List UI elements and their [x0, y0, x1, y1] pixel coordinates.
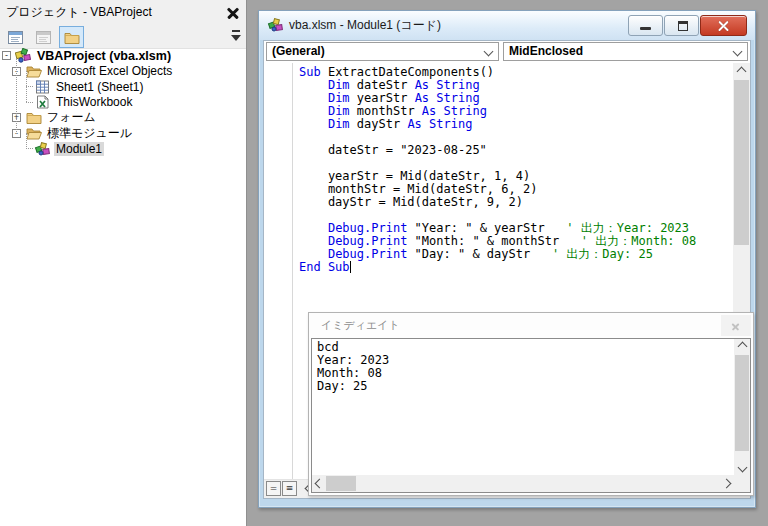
scroll-up-button[interactable]: [733, 63, 750, 79]
vertical-scrollbar[interactable]: [734, 339, 750, 475]
immediate-content-box: bcdYear: 2023Month: 08Day: 25: [311, 338, 751, 493]
close-button[interactable]: [700, 15, 747, 36]
full-module-view-button[interactable]: ≡: [282, 481, 297, 496]
scroll-left-button[interactable]: [312, 475, 327, 492]
code-line[interactable]: End Sub: [299, 261, 733, 274]
code-token: [299, 78, 328, 92]
procedure-dropdown[interactable]: MidEnclosed: [503, 42, 748, 61]
tree-item[interactable]: -VBAProject (vba.xlsm): [0, 48, 245, 64]
view-code-icon: [8, 31, 23, 44]
code-line[interactable]: dayStr = Mid(dateStr, 9, 2): [299, 196, 733, 209]
collapse-icon[interactable]: -: [2, 51, 11, 60]
keyword-token: Sub: [299, 65, 321, 79]
tree-item-label: Microsoft Excel Objects: [45, 64, 174, 78]
tree-item-label: フォーム: [45, 109, 98, 126]
code-token: [299, 104, 328, 118]
tree-item-label: 標準モジュール: [45, 125, 134, 142]
keyword-token: As: [407, 117, 421, 131]
object-dropdown[interactable]: (General): [266, 42, 499, 61]
comment-token: ' 出力：Month: 08: [581, 234, 696, 248]
project-explorer-toolbar: [0, 24, 246, 49]
comment-token: ' 出力：Day: 25: [552, 247, 653, 261]
tree-item[interactable]: -Microsoft Excel Objects: [0, 64, 245, 80]
folder-open-icon: [25, 64, 42, 79]
close-button[interactable]: [721, 315, 751, 336]
keyword-token: String: [436, 78, 479, 92]
scrollbar-thumb[interactable]: [735, 355, 749, 451]
worksheet-icon: [34, 79, 51, 94]
folder-open-icon: [25, 126, 42, 141]
tree-connector: [26, 148, 33, 149]
module-icon: [34, 141, 51, 156]
scrollbar-thumb[interactable]: [734, 80, 749, 245]
tree-item-label: VBAProject (vba.xlsm): [35, 49, 173, 63]
chevron-left-icon: [315, 479, 325, 489]
keyword-token: String: [436, 91, 479, 105]
keyword-token: Dim: [328, 78, 350, 92]
comment-token: ' 出力：Year: 2023: [566, 221, 689, 235]
code-token: [299, 247, 328, 261]
code-line[interactable]: dateStr = "2023-08-25": [299, 144, 733, 157]
restore-button[interactable]: [664, 15, 699, 36]
text-caret: [350, 261, 351, 273]
immediate-text-area[interactable]: bcdYear: 2023Month: 08Day: 25: [312, 339, 733, 474]
keyword-token: Dim: [328, 117, 350, 131]
chevron-up-icon: [737, 66, 747, 76]
toolbar-overflow-button[interactable]: [228, 27, 244, 45]
tree-item[interactable]: ThisWorkbook: [0, 95, 245, 111]
code-token: ExtractDateComponents(): [321, 65, 494, 79]
combo-row: (General) MidEnclosed: [264, 41, 750, 63]
immediate-line: Month: 08: [317, 367, 733, 380]
keyword-token: As: [415, 78, 429, 92]
project-explorer-title: プロジェクト - VBAProject: [6, 0, 152, 24]
code-line[interactable]: Debug.Print "Day: " & dayStr ' 出力：Day: 2…: [299, 248, 733, 261]
keyword-token: As: [415, 91, 429, 105]
procedure-view-icon: =: [270, 484, 278, 493]
scrollbar-thumb[interactable]: [326, 476, 356, 491]
dropdown-overflow-icon: [232, 30, 240, 32]
keyword-token: Debug.Print: [328, 234, 407, 248]
immediate-line: Day: 25: [317, 380, 733, 393]
chevron-down-icon: [484, 47, 494, 57]
minimize-button[interactable]: [628, 15, 663, 36]
tree-item[interactable]: Module1: [0, 141, 245, 157]
project-tree: -VBAProject (vba.xlsm)-Microsoft Excel O…: [0, 48, 245, 526]
code-token: "Year: " & yearStr: [407, 221, 566, 235]
scroll-down-button[interactable]: [734, 460, 750, 475]
tree-item[interactable]: -標準モジュール: [0, 126, 245, 142]
horizontal-scrollbar[interactable]: [312, 475, 734, 492]
toggle-folders-button[interactable]: [59, 26, 84, 48]
code-window-title: vba.xlsm - Module1 (コード): [289, 11, 441, 40]
code-token: [299, 117, 328, 131]
tree-item-label: Sheet1 (Sheet1): [54, 80, 145, 94]
scroll-right-button[interactable]: [719, 475, 734, 492]
code-token: dateStr = "2023-08-25": [299, 143, 487, 157]
tree-item[interactable]: +フォーム: [0, 110, 245, 126]
view-object-button[interactable]: [31, 26, 56, 48]
project-explorer-panel: プロジェクト - VBAProject -VBAProject (vba.xls…: [0, 0, 247, 526]
close-icon: [731, 321, 740, 330]
module-icon: [267, 17, 284, 33]
code-line[interactable]: Dim dayStr As String: [299, 118, 733, 131]
keyword-token: Dim: [328, 91, 350, 105]
view-object-icon: [36, 31, 51, 44]
procedure-view-button[interactable]: =: [266, 481, 281, 496]
code-window-titlebar[interactable]: vba.xlsm - Module1 (コード): [259, 11, 755, 40]
close-button[interactable]: [223, 2, 243, 22]
restore-icon: [678, 21, 688, 31]
code-token: yearStr: [350, 91, 415, 105]
close-icon: [717, 19, 730, 32]
project-explorer-titlebar: プロジェクト - VBAProject: [0, 0, 246, 25]
keyword-token: Debug.Print: [328, 247, 407, 261]
immediate-window: イミディエイト bcdYear: 2023Month: 08Day: 25: [308, 312, 754, 496]
tree-item-label: Module1: [54, 142, 104, 156]
code-token: [299, 234, 328, 248]
folder-icon: [64, 31, 80, 44]
keyword-token: Debug.Print: [328, 221, 407, 235]
view-code-button[interactable]: [3, 26, 28, 48]
tree-item[interactable]: Sheet1 (Sheet1): [0, 79, 245, 95]
scroll-up-button[interactable]: [734, 339, 750, 354]
vba-project-icon: [15, 48, 32, 63]
workbook-icon: [34, 95, 51, 110]
tree-item-label: ThisWorkbook: [54, 95, 134, 109]
